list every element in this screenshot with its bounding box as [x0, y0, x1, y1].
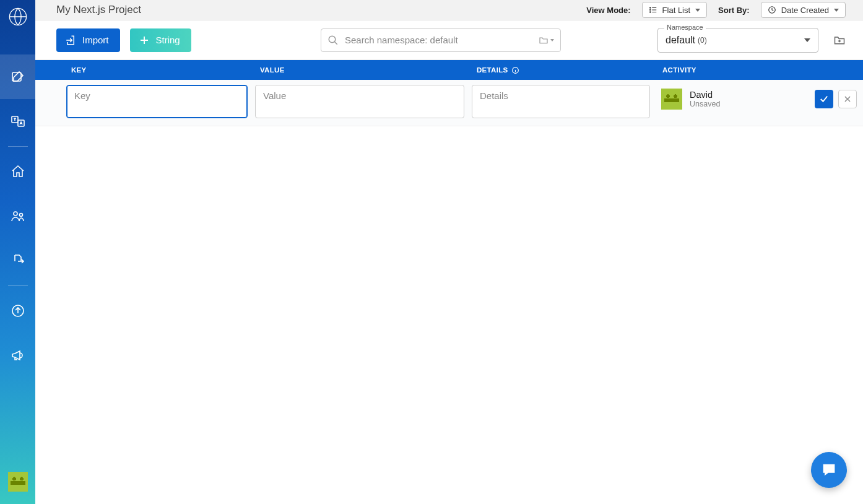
namespace-select[interactable]: Namespace default (0)	[657, 28, 818, 53]
import-button[interactable]: Import	[56, 28, 120, 52]
cancel-row-button[interactable]	[838, 90, 857, 108]
search-box[interactable]	[321, 28, 561, 52]
sidebar-item-home[interactable]	[0, 149, 35, 194]
folder-icon	[538, 35, 549, 45]
view-mode-select[interactable]: Flat List	[642, 2, 708, 18]
sidebar-item-announce[interactable]	[0, 333, 35, 378]
table-header: KEY VALUE DETAILS ACTIVITY	[35, 60, 863, 80]
sidebar-item-editor[interactable]	[0, 54, 35, 99]
search-scope-button[interactable]	[538, 35, 554, 45]
top-bar: My Next.js Project View Mode: Flat List …	[35, 0, 863, 20]
string-label: String	[156, 35, 180, 45]
activity-status: Unsaved	[690, 100, 720, 108]
user-avatar-sidebar[interactable]	[8, 472, 28, 492]
user-avatar	[661, 89, 682, 110]
action-bar: Import String Namespace default (0)	[35, 20, 863, 60]
close-icon	[843, 95, 852, 103]
sidebar-item-upload[interactable]	[0, 289, 35, 333]
sort-by-label: Sort By:	[718, 6, 750, 15]
column-header-activity[interactable]: ACTIVITY	[654, 60, 809, 80]
column-header-details[interactable]: DETAILS	[468, 60, 654, 80]
project-title: My Next.js Project	[56, 4, 141, 16]
chat-fab[interactable]	[811, 452, 847, 488]
search-icon	[327, 35, 339, 46]
info-icon	[511, 66, 519, 74]
caret-down-icon	[550, 39, 554, 41]
home-icon	[11, 164, 25, 179]
add-string-button[interactable]: String	[130, 28, 191, 52]
caret-down-icon	[834, 9, 839, 12]
list-icon	[649, 6, 657, 14]
upload-circle-icon	[11, 303, 25, 318]
key-input[interactable]	[66, 85, 248, 118]
sidebar	[0, 0, 35, 504]
table-row: David Unsaved	[35, 80, 863, 126]
team-icon	[11, 209, 25, 224]
separator	[8, 146, 28, 147]
confirm-row-button[interactable]	[815, 90, 833, 108]
new-folder-icon	[833, 34, 846, 46]
import-label: Import	[82, 35, 109, 45]
sidebar-item-export[interactable]	[0, 238, 35, 283]
svg-point-8	[649, 9, 650, 10]
column-header-value[interactable]: VALUE	[251, 60, 468, 80]
column-header-key[interactable]: KEY	[63, 60, 251, 80]
clock-icon	[768, 6, 776, 14]
svg-point-4	[14, 212, 17, 215]
svg-point-11	[329, 36, 336, 43]
caret-down-icon	[804, 38, 810, 42]
export-icon	[11, 253, 25, 268]
svg-point-7	[649, 7, 650, 8]
plus-icon	[139, 35, 150, 46]
sort-by-value: Date Created	[781, 6, 829, 15]
search-input[interactable]	[345, 35, 532, 45]
activity-user-name: David	[690, 90, 720, 100]
translate-icon	[11, 114, 25, 129]
chat-icon	[820, 461, 838, 479]
svg-point-5	[19, 214, 22, 217]
app-logo[interactable]	[7, 6, 28, 27]
namespace-count: (0)	[698, 36, 707, 45]
value-input[interactable]	[255, 85, 464, 118]
megaphone-icon	[11, 348, 25, 363]
check-icon	[818, 93, 830, 105]
sort-by-select[interactable]: Date Created	[761, 2, 846, 18]
details-input[interactable]	[472, 85, 650, 118]
sidebar-item-languages[interactable]	[0, 99, 35, 144]
namespace-value: default	[666, 35, 695, 46]
import-icon	[65, 35, 76, 46]
main-content: My Next.js Project View Mode: Flat List …	[35, 0, 863, 504]
view-mode-label: View Mode:	[586, 6, 630, 15]
sidebar-item-team[interactable]	[0, 194, 35, 238]
add-namespace-button[interactable]	[833, 34, 846, 46]
view-mode-value: Flat List	[662, 6, 691, 15]
svg-point-9	[649, 12, 650, 12]
pencil-square-icon	[11, 69, 25, 84]
separator	[8, 285, 28, 286]
caret-down-icon	[695, 9, 700, 12]
namespace-field-label: Namespace	[664, 24, 706, 31]
